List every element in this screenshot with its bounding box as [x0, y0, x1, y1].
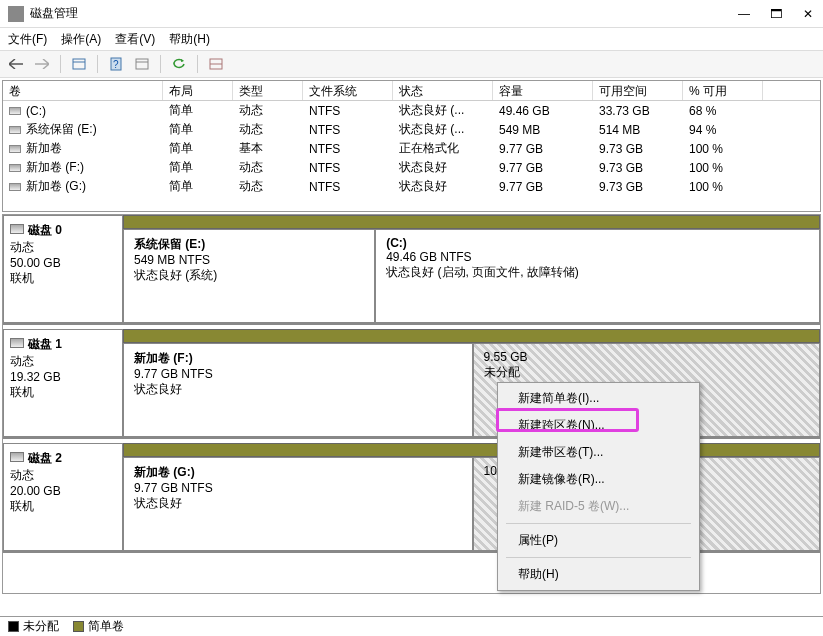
volume-icon [9, 145, 21, 153]
ctx-new-stripe[interactable]: 新建带区卷(T)... [500, 439, 697, 466]
tbtn-help[interactable]: ? [106, 54, 126, 74]
menu-file[interactable]: 文件(F) [8, 31, 47, 48]
svg-rect-4 [136, 59, 148, 69]
ctx-new-raid5: 新建 RAID-5 卷(W)... [500, 493, 697, 520]
col-volume[interactable]: 卷 [3, 81, 163, 100]
tbtn-list[interactable] [206, 54, 226, 74]
close-button[interactable]: ✕ [801, 7, 815, 21]
volume-row[interactable]: 新加卷简单基本NTFS正在格式化9.77 GB9.73 GB100 % [3, 139, 820, 158]
disk-capacity-bar [123, 215, 820, 229]
volume-icon [9, 107, 21, 115]
disk-info[interactable]: 磁盘 0动态50.00 GB联机 [3, 215, 123, 323]
legend: 未分配 简单卷 [0, 616, 823, 636]
legend-swatch-unalloc [8, 621, 19, 632]
menu-help[interactable]: 帮助(H) [169, 31, 210, 48]
svg-text:?: ? [113, 59, 119, 70]
disk-row: 磁盘 0动态50.00 GB联机系统保留 (E:)549 MB NTFS状态良好… [3, 215, 820, 325]
disk-icon [10, 224, 24, 234]
partition-box[interactable]: 新加卷 (G:)9.77 GB NTFS状态良好 [124, 458, 472, 550]
ctx-help[interactable]: 帮助(H) [500, 561, 697, 588]
tbtn-props[interactable] [132, 54, 152, 74]
forward-button[interactable] [32, 54, 52, 74]
legend-swatch-simple [73, 621, 84, 632]
volume-icon [9, 164, 21, 172]
ctx-new-mirror[interactable]: 新建镜像卷(R)... [500, 466, 697, 493]
col-percent[interactable]: % 可用 [683, 81, 763, 100]
volumes-header: 卷 布局 类型 文件系统 状态 容量 可用空间 % 可用 [3, 81, 820, 101]
disk-capacity-bar [123, 329, 820, 343]
tbtn-view[interactable] [69, 54, 89, 74]
legend-simple: 简单卷 [73, 618, 124, 635]
toolbar: ? [0, 50, 823, 78]
col-free[interactable]: 可用空间 [593, 81, 683, 100]
svg-rect-0 [73, 59, 85, 69]
volume-row[interactable]: 系统保留 (E:)简单动态NTFS状态良好 (...549 MB514 MB94… [3, 120, 820, 139]
col-status[interactable]: 状态 [393, 81, 493, 100]
legend-unallocated: 未分配 [8, 618, 59, 635]
volumes-pane: 卷 布局 类型 文件系统 状态 容量 可用空间 % 可用 (C:)简单动态NTF… [2, 80, 821, 212]
menubar: 文件(F) 操作(A) 查看(V) 帮助(H) [0, 28, 823, 50]
ctx-properties[interactable]: 属性(P) [500, 527, 697, 554]
col-type[interactable]: 类型 [233, 81, 303, 100]
partition-box[interactable]: 新加卷 (F:)9.77 GB NTFS状态良好 [124, 344, 472, 436]
volume-icon [9, 126, 21, 134]
disk-capacity-bar [123, 443, 820, 457]
ctx-sep [506, 523, 691, 524]
app-icon [8, 6, 24, 22]
maximize-button[interactable]: 🗖 [769, 7, 783, 21]
partition-box[interactable]: (C:)49.46 GB NTFS状态良好 (启动, 页面文件, 故障转储) [374, 230, 819, 322]
titlebar: 磁盘管理 — 🗖 ✕ [0, 0, 823, 28]
window-title: 磁盘管理 [30, 5, 737, 22]
disk-info[interactable]: 磁盘 1动态19.32 GB联机 [3, 329, 123, 437]
context-menu: 新建简单卷(I)... 新建跨区卷(N)... 新建带区卷(T)... 新建镜像… [497, 382, 700, 591]
back-button[interactable] [6, 54, 26, 74]
disk-info[interactable]: 磁盘 2动态20.00 GB联机 [3, 443, 123, 551]
ctx-sep [506, 557, 691, 558]
ctx-new-simple[interactable]: 新建简单卷(I)... [500, 385, 697, 412]
volume-row[interactable]: 新加卷 (F:)简单动态NTFS状态良好9.77 GB9.73 GB100 % [3, 158, 820, 177]
menu-action[interactable]: 操作(A) [61, 31, 101, 48]
ctx-new-span[interactable]: 新建跨区卷(N)... [500, 412, 697, 439]
volume-icon [9, 183, 21, 191]
partition-box[interactable]: 系统保留 (E:)549 MB NTFS状态良好 (系统) [124, 230, 374, 322]
col-layout[interactable]: 布局 [163, 81, 233, 100]
volume-row[interactable]: (C:)简单动态NTFS状态良好 (...49.46 GB33.73 GB68 … [3, 101, 820, 120]
tbtn-refresh[interactable] [169, 54, 189, 74]
minimize-button[interactable]: — [737, 7, 751, 21]
disk-icon [10, 338, 24, 348]
menu-view[interactable]: 查看(V) [115, 31, 155, 48]
col-capacity[interactable]: 容量 [493, 81, 593, 100]
col-filesystem[interactable]: 文件系统 [303, 81, 393, 100]
volume-row[interactable]: 新加卷 (G:)简单动态NTFS状态良好9.77 GB9.73 GB100 % [3, 177, 820, 196]
disk-icon [10, 452, 24, 462]
volume-list[interactable]: (C:)简单动态NTFS状态良好 (...49.46 GB33.73 GB68 … [3, 101, 820, 211]
